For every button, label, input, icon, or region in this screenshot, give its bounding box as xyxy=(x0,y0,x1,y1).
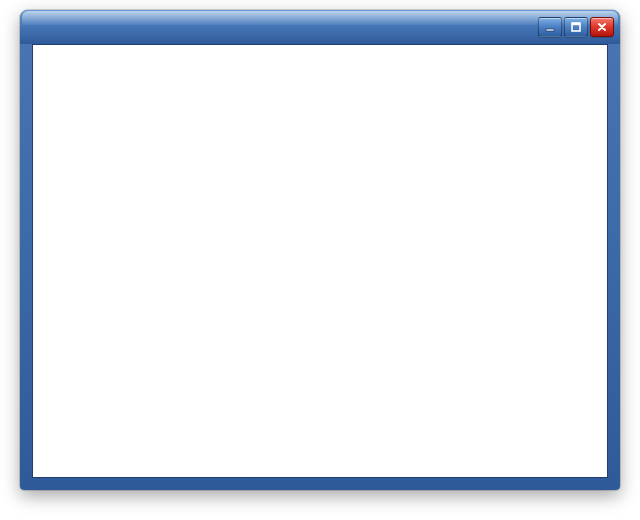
maximize-icon xyxy=(570,21,582,33)
application-window xyxy=(20,10,620,490)
minimize-icon xyxy=(544,21,556,33)
title-bar[interactable] xyxy=(20,10,620,44)
svg-rect-0 xyxy=(546,29,554,31)
maximize-button[interactable] xyxy=(564,17,588,37)
window-frame-body xyxy=(20,44,620,490)
close-button[interactable] xyxy=(590,17,614,37)
window-controls xyxy=(538,17,614,37)
minimize-button[interactable] xyxy=(538,17,562,37)
svg-rect-2 xyxy=(572,23,580,25)
client-area xyxy=(32,44,608,478)
close-icon xyxy=(596,21,608,33)
